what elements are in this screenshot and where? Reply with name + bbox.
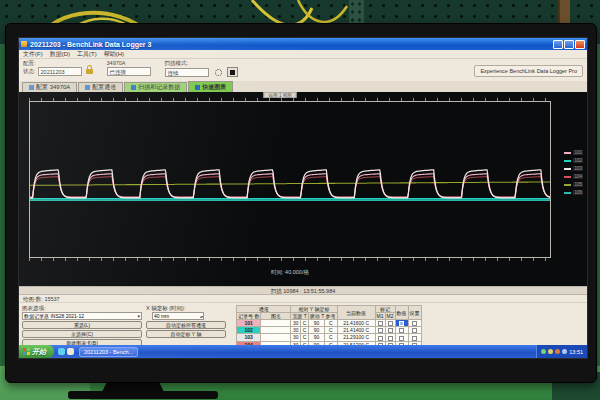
- table-cell: 90: [308, 320, 324, 327]
- close-button[interactable]: [575, 40, 585, 49]
- table-header: 图名: [261, 313, 291, 320]
- checkbox-cell-m2[interactable]: [385, 320, 395, 327]
- window-titlebar[interactable]: 20211203 - BenchLink Data Logger 3: [19, 38, 587, 50]
- table-cell: C: [325, 334, 338, 341]
- bottom-panel: 绘图-数: 15537 图表选项: 数据记录器 INS28 2021-12 ▾ …: [19, 294, 587, 345]
- monitor-stand-base: [68, 391, 218, 399]
- checkbox-cell-m1[interactable]: [375, 334, 385, 341]
- table-header: 设置: [408, 306, 421, 320]
- legend-color-swatch: [564, 160, 571, 162]
- x-scale-spinner[interactable]: 40 mm ▴▾: [152, 312, 204, 320]
- checkbox[interactable]: [412, 321, 417, 326]
- legend-item-104[interactable]: 104: [564, 174, 583, 179]
- checkbox-cell-m1[interactable]: [375, 320, 385, 327]
- chart-option-button-0[interactable]: 重选(L): [22, 321, 142, 329]
- legend-label: 106: [573, 190, 583, 195]
- table-cell: C: [325, 327, 338, 334]
- trace-104: [30, 177, 550, 197]
- spinner-arrows-icon[interactable]: ▴▾: [200, 314, 202, 319]
- checkbox-cell-val[interactable]: [395, 320, 408, 327]
- autoscale-all-button[interactable]: 自动定标所有通道: [146, 321, 226, 329]
- tab-icon: [195, 85, 200, 90]
- checkbox[interactable]: [412, 328, 417, 333]
- x-axis-ticks-bottom: [29, 258, 551, 261]
- checkbox[interactable]: [378, 336, 383, 341]
- tab-2[interactable]: 扫描和记录数据: [124, 82, 187, 92]
- table-row[interactable]: 10330C90C21.29100 C: [237, 334, 422, 341]
- promo-banner-button[interactable]: Experience BenchLink Data Logger Pro: [474, 65, 583, 77]
- legend-item-105[interactable]: 105: [564, 182, 583, 187]
- checkbox-cell-val[interactable]: [395, 334, 408, 341]
- table-cell: 30: [291, 334, 301, 341]
- legend-item-103[interactable]: 103: [564, 166, 583, 171]
- checkbox-cell-m1[interactable]: [375, 327, 385, 334]
- checkbox[interactable]: [388, 328, 393, 333]
- ie-icon[interactable]: [58, 348, 65, 355]
- tab-label: 快速图表: [202, 83, 226, 92]
- legend-color-swatch: [564, 192, 571, 194]
- start-button[interactable]: 开始: [19, 345, 54, 358]
- table-header: 记录号 数: [237, 313, 261, 320]
- stop-button[interactable]: [227, 67, 238, 77]
- checkbox[interactable]: [399, 321, 404, 326]
- table-header: 通道: [237, 306, 291, 313]
- checkbox[interactable]: [378, 321, 383, 326]
- checkbox[interactable]: [412, 336, 417, 341]
- legend-label: 101: [573, 150, 583, 155]
- checkbox[interactable]: [378, 328, 383, 333]
- menu-item-3[interactable]: 帮助(H): [104, 50, 124, 59]
- logger-select-value: 数据记录器 INS28 2021-12: [24, 313, 84, 319]
- checkbox[interactable]: [388, 336, 393, 341]
- tab-3[interactable]: 快速图表: [188, 81, 233, 92]
- tab-1[interactable]: 配置通道: [78, 82, 123, 92]
- logger-select[interactable]: 数据记录器 INS28 2021-12 ▾: [22, 312, 142, 320]
- toolbar: 配置: 状态: 20211203 34970A 已连接 扫描模式:: [19, 59, 587, 81]
- legend-color-swatch: [564, 176, 571, 178]
- chart-option-button-1[interactable]: 全选择(C): [22, 330, 142, 338]
- tab-0[interactable]: 配置 34970A: [22, 82, 77, 92]
- autoscale-y-button[interactable]: 自动定标 Y 轴: [146, 330, 226, 338]
- maximize-button[interactable]: [564, 40, 574, 49]
- checkbox-cell-m2[interactable]: [385, 334, 395, 341]
- table-header: M1: [375, 313, 385, 320]
- config-name-field[interactable]: 20211203: [38, 67, 82, 76]
- current-value-cell: 21.41400 C: [337, 327, 375, 334]
- table-header: 驱动 T 参考: [308, 313, 337, 320]
- table-header: 标记: [375, 306, 395, 313]
- menu-item-1[interactable]: 数据(D): [50, 50, 70, 59]
- checkbox[interactable]: [388, 321, 393, 326]
- window-title: 20211203 - BenchLink Data Logger 3: [30, 41, 151, 48]
- table-header: M2: [385, 313, 395, 320]
- menu-item-2[interactable]: 工具(T): [77, 50, 97, 59]
- legend-item-101[interactable]: 101: [564, 150, 583, 155]
- stop-icon: [230, 70, 235, 75]
- table-row[interactable]: 10130C90C21.41600 C: [237, 320, 422, 327]
- menu-item-0[interactable]: 文件(F): [23, 50, 43, 59]
- checkbox[interactable]: [399, 328, 404, 333]
- connection-status-field: 已连接: [107, 67, 151, 76]
- checkbox-cell-set[interactable]: [408, 320, 421, 327]
- legend-item-102[interactable]: 102: [564, 158, 583, 163]
- taskbar-task-button[interactable]: 20211203 - Bench...: [79, 347, 138, 357]
- table-row[interactable]: 10230C90C21.41400 C: [237, 327, 422, 334]
- usb-icon[interactable]: [562, 349, 567, 354]
- screen: 20211203 - BenchLink Data Logger 3 文件(F)…: [19, 38, 587, 358]
- checkbox-cell-set[interactable]: [408, 327, 421, 334]
- chart-option-buttons: 重选(L)全选择(C)新建图表卡(B): [22, 321, 142, 347]
- desktop-icon[interactable]: [67, 348, 74, 355]
- checkbox-cell-val[interactable]: [395, 327, 408, 334]
- config-group: 配置: 状态: 20211203: [23, 60, 93, 81]
- scan-mode-field[interactable]: 连续: [165, 68, 209, 77]
- instrument-group: 34970A 已连接: [107, 60, 151, 81]
- minimize-button[interactable]: [553, 40, 563, 49]
- checkbox-cell-m2[interactable]: [385, 327, 395, 334]
- network-icon[interactable]: [541, 349, 546, 354]
- volume-icon[interactable]: [548, 349, 553, 354]
- scan-status-bar: 扫描 10984 : 13:51:55.984: [19, 286, 587, 294]
- gear-icon[interactable]: [215, 69, 222, 76]
- shield-icon[interactable]: [555, 349, 560, 354]
- checkbox-cell-set[interactable]: [408, 334, 421, 341]
- legend-item-106[interactable]: 106: [564, 190, 583, 195]
- legend-color-swatch: [564, 184, 571, 186]
- checkbox[interactable]: [399, 336, 404, 341]
